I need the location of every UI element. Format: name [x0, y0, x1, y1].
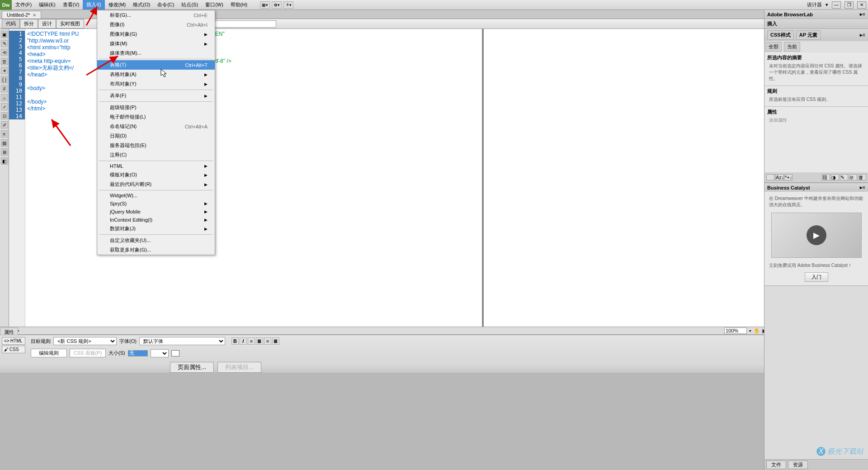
dropdown-item[interactable]: 图像对象(G)▶: [97, 29, 215, 39]
menu-commands[interactable]: 命令(C): [154, 0, 178, 9]
user-icon[interactable]: ⚘▾: [283, 1, 293, 9]
close-button[interactable]: ✕: [857, 1, 866, 9]
tool-icon[interactable]: ✓: [1, 103, 8, 110]
insert-panel-title[interactable]: 插入: [764, 19, 868, 28]
all-button[interactable]: 全部: [765, 42, 782, 52]
business-catalyst-title[interactable]: Business Catalyst▸≡: [764, 183, 868, 192]
design-view-button[interactable]: 设计: [38, 19, 56, 28]
menu-view[interactable]: 查看(V): [59, 0, 83, 9]
dropdown-item[interactable]: 超级链接(P): [97, 103, 215, 112]
dropdown-item[interactable]: 图像(I)Ctrl+Alt+I: [97, 20, 215, 29]
restore-button[interactable]: ❐: [844, 1, 854, 9]
size-unit-select[interactable]: [151, 349, 169, 357]
tab-close-icon[interactable]: ✕: [33, 13, 36, 18]
menu-window[interactable]: 窗口(W): [202, 0, 227, 9]
minimize-button[interactable]: —: [832, 1, 841, 9]
dropdown-item[interactable]: 标签(G)...Ctrl+E: [97, 10, 215, 20]
size-input[interactable]: [128, 350, 148, 356]
menu-file[interactable]: 文件(F): [12, 0, 35, 9]
live-view-button[interactable]: 实时视图: [56, 19, 84, 28]
assets-tab[interactable]: 资源: [788, 461, 808, 469]
edit-rule-button[interactable]: 编辑规则: [31, 349, 67, 357]
designer-label[interactable]: 设计器: [807, 1, 822, 8]
align-right-button[interactable]: ≡: [264, 337, 271, 345]
menu-format[interactable]: 格式(O): [129, 0, 154, 9]
ap-elements-tab[interactable]: AP 元素: [796, 30, 821, 40]
page-properties-button[interactable]: 页面属性...: [170, 362, 214, 373]
tool-icon[interactable]: ☰: [1, 58, 8, 65]
dropdown-item[interactable]: 服务器端包括(E): [97, 141, 215, 150]
dropdown-item[interactable]: jQuery Mobile▶: [97, 208, 215, 216]
dropdown-item[interactable]: 数据对象(J)▶: [97, 224, 215, 233]
tool-icon[interactable]: ≡: [1, 130, 8, 138]
align-center-button[interactable]: ≣: [256, 337, 263, 345]
trash-icon[interactable]: 🗑: [858, 174, 866, 180]
dropdown-item[interactable]: HTML▶: [97, 162, 215, 170]
tool-icon[interactable]: ⟲: [1, 49, 8, 56]
tool-icon[interactable]: ✶: [1, 67, 8, 74]
dropdown-item[interactable]: InContext Editing(I)▶: [97, 216, 215, 224]
tool-icon[interactable]: ✐: [1, 121, 8, 128]
css-panel-button[interactable]: CSS 面板(P): [70, 349, 106, 357]
browserlab-panel-title[interactable]: Adobe BrowserLab▸≡: [764, 10, 868, 19]
dropdown-item[interactable]: Spry(S)▶: [97, 199, 215, 208]
menu-modify[interactable]: 修改(M): [105, 0, 130, 9]
target-rule-select[interactable]: <新 CSS 规则>: [53, 337, 117, 345]
dropdown-item[interactable]: Widget(W)...: [97, 191, 215, 199]
font-select[interactable]: 默认字体: [139, 337, 225, 345]
dropdown-item[interactable]: 注释(C): [97, 150, 215, 160]
color-swatch[interactable]: [171, 350, 179, 356]
dropdown-item[interactable]: 自定义收藏夹(U)...: [97, 236, 215, 245]
panel-icon[interactable]: Az↓: [775, 174, 783, 180]
dropdown-item[interactable]: 表单(F)▶: [97, 91, 215, 100]
dropdown-item[interactable]: 电子邮件链接(L): [97, 112, 215, 122]
dropdown-item[interactable]: 表格对象(A)▶: [97, 70, 215, 79]
align-justify-button[interactable]: ≣: [272, 337, 279, 345]
tool-icon[interactable]: #: [1, 85, 8, 92]
css-mode-button[interactable]: 🖌 CSS: [2, 346, 25, 353]
bold-button[interactable]: B: [231, 337, 239, 345]
dropdown-item[interactable]: 获取更多对象(G)...: [97, 245, 215, 255]
tool-icon[interactable]: ⊞: [1, 148, 8, 156]
disable-icon[interactable]: ⊘: [849, 174, 857, 180]
current-button[interactable]: 当前: [784, 42, 800, 52]
tool-icon[interactable]: ◧: [1, 157, 8, 165]
gear-icon[interactable]: ✿▾: [272, 1, 282, 9]
menu-insert[interactable]: 插入(I): [83, 0, 104, 9]
dropdown-item[interactable]: 表格(T)Ctrl+Alt+T: [97, 60, 215, 70]
code-view-button[interactable]: 代码: [2, 19, 20, 28]
play-icon[interactable]: ▶: [807, 225, 826, 245]
tool-icon[interactable]: ✎: [1, 40, 8, 47]
align-left-button[interactable]: ≡: [248, 337, 255, 345]
edit-icon[interactable]: ✎: [840, 174, 848, 180]
dropdown-item[interactable]: 命名锚记(N)Ctrl+Alt+A: [97, 122, 215, 131]
tool-icon[interactable]: ⌕: [1, 94, 8, 101]
panel-icon[interactable]: *+↓: [784, 174, 793, 180]
tool-icon[interactable]: ▣: [1, 31, 8, 38]
dropdown-item[interactable]: 模板对象(O)▶: [97, 170, 215, 180]
tool-icon[interactable]: { }: [1, 76, 8, 83]
link-icon[interactable]: ⛓: [822, 174, 830, 180]
add-property-link[interactable]: 添加属性: [767, 115, 865, 125]
zoom-input[interactable]: [724, 328, 747, 334]
panel-icon[interactable]: [766, 174, 774, 180]
dropdown-item[interactable]: 媒体查询(M)...: [97, 48, 215, 58]
hand-icon[interactable]: ✋: [754, 328, 760, 334]
list-item-button[interactable]: 列表项目...: [217, 362, 261, 373]
new-icon[interactable]: ◑: [831, 174, 839, 180]
code-editor[interactable]: 123 456 789 101112 1314 <!DOCTYPE html P…: [9, 29, 484, 327]
menu-edit[interactable]: 编辑(E): [35, 0, 59, 9]
italic-button[interactable]: I: [240, 337, 247, 345]
files-tab[interactable]: 文件: [766, 461, 786, 469]
menu-help[interactable]: 帮助(H): [227, 0, 251, 9]
dropdown-item[interactable]: 布局对象(Y)▶: [97, 79, 215, 89]
bc-preview-image[interactable]: ▶: [771, 213, 862, 258]
layout-icon[interactable]: ▦▾: [260, 1, 270, 9]
tool-icon[interactable]: ▤: [1, 139, 8, 147]
dropdown-item[interactable]: 日期(D): [97, 131, 215, 141]
tool-icon[interactable]: ⊡: [1, 112, 8, 119]
dropdown-item[interactable]: 最近的代码片断(R)▶: [97, 180, 215, 189]
code-content[interactable]: <!DOCTYPE html PUtitional//EN" "http://w…: [25, 29, 482, 327]
dropdown-item[interactable]: 媒体(M)▶: [97, 39, 215, 48]
split-view-button[interactable]: 拆分: [20, 19, 38, 28]
